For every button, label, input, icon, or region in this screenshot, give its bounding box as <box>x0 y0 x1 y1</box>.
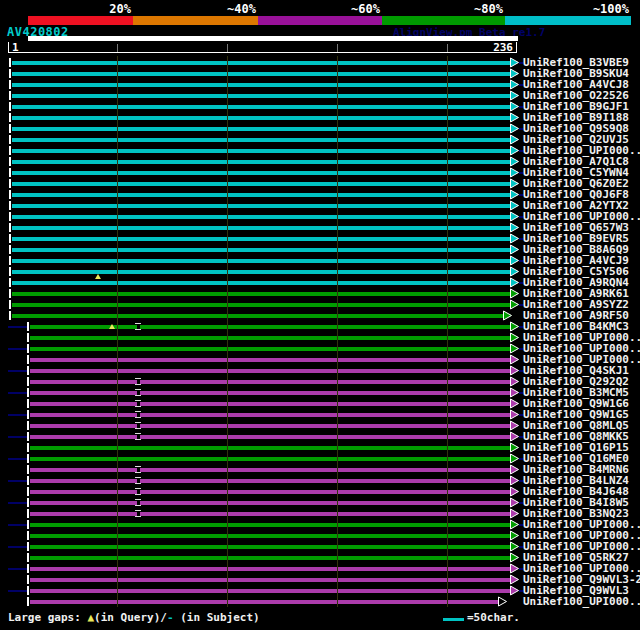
plot-gridline <box>227 56 228 607</box>
hit-label[interactable]: UniRef100_UPI000.. <box>523 596 640 607</box>
hit-bar[interactable] <box>30 369 510 373</box>
gap-dash-icon <box>135 406 141 407</box>
gap-dash-icon <box>135 505 141 506</box>
gap-dash-icon <box>135 488 141 489</box>
hit-bar[interactable] <box>12 105 510 109</box>
alignment-start-tick <box>27 355 29 364</box>
hit-bar[interactable] <box>12 270 510 274</box>
alignment-start-tick <box>27 344 29 353</box>
hit-bar[interactable] <box>30 391 510 395</box>
hit-bar[interactable] <box>30 512 510 516</box>
alignment-start-tick <box>27 366 29 375</box>
key-label: ~80% <box>443 2 503 15</box>
key-label: ~60% <box>320 2 380 15</box>
hit-arrowhead-icon <box>510 222 520 233</box>
hit-bar[interactable] <box>30 578 510 582</box>
navy-lead-line <box>8 458 27 460</box>
hit-bar[interactable] <box>30 325 510 329</box>
hit-arrowhead-icon <box>510 354 520 365</box>
key-segment-60 <box>258 16 382 25</box>
hit-bar[interactable] <box>30 556 510 560</box>
hit-bar[interactable] <box>12 171 510 175</box>
hit-bar[interactable] <box>30 446 510 450</box>
hit-arrowhead-icon <box>503 310 513 321</box>
alignment-start-tick <box>27 399 29 408</box>
gap-dash-icon <box>135 439 141 440</box>
gap-dash-icon <box>135 499 141 500</box>
hit-bar[interactable] <box>30 435 510 439</box>
hit-bar[interactable] <box>12 281 510 285</box>
legend-subject-text: (in Subject) <box>174 611 260 624</box>
alignment-start-tick <box>9 58 11 67</box>
alignment-start-tick <box>27 564 29 573</box>
navy-lead-line <box>8 480 27 482</box>
hit-bar[interactable] <box>12 226 510 230</box>
hit-bar[interactable] <box>30 490 510 494</box>
hit-bar[interactable] <box>30 468 510 472</box>
hit-arrowhead-icon <box>510 442 520 453</box>
ruler-mid-tick <box>117 44 118 52</box>
hit-bar[interactable] <box>30 380 510 384</box>
hit-bar[interactable] <box>12 314 503 318</box>
hit-bar[interactable] <box>30 545 510 549</box>
gap-dash-icon <box>135 378 141 379</box>
gap-dash-icon <box>135 428 141 429</box>
gap-dash-icon <box>135 472 141 473</box>
hit-bar[interactable] <box>12 160 510 164</box>
key-label: 20% <box>71 2 131 15</box>
navy-lead-line <box>8 524 27 526</box>
hit-bar[interactable] <box>30 600 498 604</box>
hit-bar[interactable] <box>12 248 510 252</box>
hit-bar[interactable] <box>30 413 510 417</box>
large-gaps-legend: Large gaps: ▲(in Query)/- (in Subject) <box>8 611 260 624</box>
alignment-start-tick <box>9 223 11 232</box>
hit-bar[interactable] <box>12 94 510 98</box>
alignment-start-tick <box>27 388 29 397</box>
alignment-start-tick <box>9 69 11 78</box>
alignment-start-tick <box>27 421 29 430</box>
hit-bar[interactable] <box>30 534 510 538</box>
hit-bar[interactable] <box>30 347 510 351</box>
hit-bar[interactable] <box>30 336 510 340</box>
hit-bar[interactable] <box>30 501 510 505</box>
hit-bar[interactable] <box>12 259 510 263</box>
key-segment-40 <box>133 16 258 25</box>
gap-dash-icon <box>135 411 141 412</box>
hit-bar[interactable] <box>30 358 510 362</box>
alignment-start-tick <box>27 443 29 452</box>
hit-bar[interactable] <box>12 116 510 120</box>
gap-dash-icon <box>135 384 141 385</box>
alignment-start-tick <box>9 168 11 177</box>
alignment-start-tick <box>9 135 11 144</box>
hit-bar[interactable] <box>30 457 510 461</box>
hit-bar[interactable] <box>12 83 510 87</box>
hit-bar[interactable] <box>12 149 510 153</box>
hit-bar[interactable] <box>12 61 510 65</box>
hit-bar[interactable] <box>12 72 510 76</box>
plot-gridline <box>447 56 448 607</box>
hit-bar[interactable] <box>12 182 510 186</box>
legend-query-text: (in Query)/ <box>94 611 167 624</box>
hit-bar[interactable] <box>30 523 510 527</box>
hit-bar[interactable] <box>12 138 510 142</box>
navy-lead-line <box>8 502 27 504</box>
hit-bar[interactable] <box>30 479 510 483</box>
hit-bar[interactable] <box>12 237 510 241</box>
gap-dash-icon <box>135 433 141 434</box>
hit-bar[interactable] <box>30 589 510 593</box>
hit-bar[interactable] <box>12 204 510 208</box>
hit-bar[interactable] <box>30 567 510 571</box>
alignment-start-tick <box>27 454 29 463</box>
hit-bar[interactable] <box>12 292 510 296</box>
hit-arrowhead-icon <box>510 68 520 79</box>
hit-bar[interactable] <box>12 215 510 219</box>
hit-bar[interactable] <box>30 402 510 406</box>
hit-bar[interactable] <box>12 193 510 197</box>
alignment-start-tick <box>27 520 29 529</box>
alignment-start-tick <box>27 553 29 562</box>
hit-bar[interactable] <box>12 303 510 307</box>
hit-arrowhead-icon <box>510 178 520 189</box>
hit-bar[interactable] <box>30 424 510 428</box>
hit-bar[interactable] <box>12 127 510 131</box>
key-segment-100 <box>505 16 631 25</box>
